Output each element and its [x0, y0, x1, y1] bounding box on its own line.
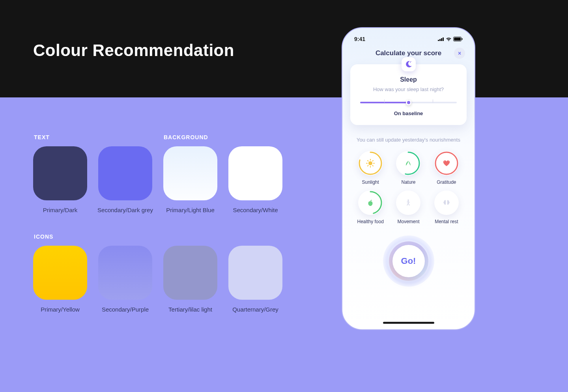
svg-rect-3: [443, 37, 444, 41]
sleep-icon: zz: [402, 57, 416, 71]
app-header: Calculate your score ×: [349, 49, 468, 57]
swatch-color: [228, 146, 282, 200]
svg-point-23: [359, 192, 381, 214]
swatch-quarternary-grey: Quarternary/Grey: [228, 246, 282, 313]
go-button[interactable]: Go!: [392, 245, 425, 277]
swatch-label: Tertiary/lilac light: [168, 306, 212, 313]
swatch-primary-yellow: Primary/Yellow: [33, 246, 87, 313]
swatch-color: [163, 246, 217, 300]
svg-rect-1: [439, 39, 441, 41]
nourishment-chips: Sunlight Nature Gratitude Healthy food: [349, 151, 468, 224]
swatch-label: Quarternary/Grey: [232, 306, 278, 313]
status-icons: [438, 37, 463, 41]
close-icon: ×: [458, 50, 461, 56]
swatch-primary-light-blue: Primary/Light Blue: [163, 146, 217, 213]
swatch-row-1: Primary/Dark Secondary/Dark grey Primary…: [33, 146, 282, 213]
svg-rect-2: [441, 38, 442, 41]
signal-icon: [438, 37, 444, 41]
top-band: Colour Recommendation: [0, 0, 568, 97]
swatch-secondary-white: Secondary/White: [228, 146, 282, 213]
brain-icon: [442, 198, 451, 207]
card-title: Sleep: [358, 76, 459, 83]
walk-icon: [404, 198, 413, 207]
swatch-color: [33, 146, 87, 200]
slider-tick: [433, 99, 433, 103]
lower-section: [0, 97, 568, 392]
swatch-secondary-dark-grey: Secondary/Dark grey: [98, 146, 152, 213]
chip-gratitude[interactable]: Gratitude: [430, 151, 463, 185]
close-button[interactable]: ×: [454, 48, 465, 59]
swatch-row-2: Primary/Yellow Secondary/Purple Tertiary…: [33, 246, 282, 313]
card-subtitle: How was your sleep last night?: [358, 86, 459, 92]
section-label-background: BACKGROUND: [164, 134, 208, 140]
svg-rect-6: [462, 38, 463, 40]
section-label-icons: ICONS: [34, 233, 53, 240]
swatch-label: Primary/Yellow: [41, 306, 80, 313]
chip-label: Mental rest: [435, 219, 458, 224]
svg-point-9: [359, 152, 381, 174]
status-time: 9:41: [354, 36, 365, 42]
swatch-primary-dark: Primary/Dark: [33, 146, 87, 213]
update-hint: You can still update yesterday's nourish…: [357, 136, 460, 144]
wifi-icon: [446, 37, 452, 41]
swatch-color: [33, 246, 87, 300]
chip-label: Nature: [401, 179, 415, 185]
slider-tick: [384, 99, 385, 103]
swatch-label: Secondary/Dark grey: [97, 207, 153, 213]
swatch-color: [228, 246, 282, 300]
swatch-color: [98, 146, 152, 200]
chip-label: Healthy food: [357, 219, 383, 224]
go-wrap: Go!: [349, 235, 468, 287]
go-label: Go!: [401, 256, 416, 266]
chip-label: Sunlight: [362, 179, 379, 185]
sleep-slider[interactable]: [360, 100, 457, 105]
phone-mockup: 9:41 Calculate your score × zz Sleep How…: [342, 27, 475, 330]
svg-point-19: [397, 152, 419, 174]
chip-mental-rest[interactable]: Mental rest: [430, 190, 463, 224]
svg-rect-5: [454, 37, 461, 41]
swatch-tertiary-lilac: Tertiary/lilac light: [163, 246, 217, 313]
section-label-text: TEXT: [34, 134, 50, 140]
swatch-label: Secondary/White: [233, 207, 278, 213]
svg-rect-0: [438, 40, 439, 41]
chip-label: Movement: [397, 219, 419, 224]
swatch-label: Secondary/Purple: [102, 306, 149, 313]
home-indicator: [383, 322, 434, 324]
slider-label: On baseline: [358, 110, 459, 116]
go-glow: Go!: [383, 235, 434, 287]
svg-point-20: [435, 152, 458, 174]
battery-icon: [453, 37, 463, 41]
status-bar: 9:41: [349, 36, 468, 47]
app-title: Calculate your score: [349, 49, 468, 57]
swatch-secondary-purple: Secondary/Purple: [98, 246, 152, 313]
chip-movement[interactable]: Movement: [391, 190, 425, 224]
swatch-color: [163, 146, 217, 200]
page-title: Colour Recommendation: [33, 41, 234, 60]
svg-text:z: z: [411, 60, 411, 62]
swatch-color: [98, 246, 152, 300]
chip-healthy-food[interactable]: Healthy food: [353, 190, 387, 224]
sleep-card: zz Sleep How was your sleep last night? …: [350, 64, 467, 125]
chip-label: Gratitude: [437, 179, 456, 185]
swatch-label: Primary/Light Blue: [166, 207, 215, 213]
chip-sunlight[interactable]: Sunlight: [353, 151, 387, 185]
swatch-label: Primary/Dark: [43, 207, 78, 213]
chip-nature[interactable]: Nature: [391, 151, 425, 185]
slider-thumb[interactable]: [406, 100, 411, 105]
